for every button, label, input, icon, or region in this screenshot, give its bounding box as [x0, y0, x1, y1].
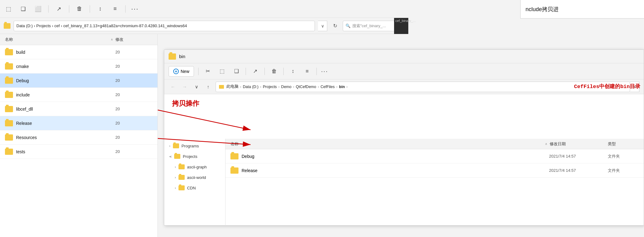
toolbar-sep4: [283, 68, 284, 75]
window-title: bin: [179, 54, 185, 59]
breadcrumb-segment: bin: [339, 85, 345, 89]
breadcrumb-segment: CefFiles: [320, 85, 335, 89]
table-row[interactable]: Resources 20: [0, 130, 157, 145]
dark-tab[interactable]: cef_binary_...: [394, 18, 408, 34]
table-row[interactable]: build 20: [0, 45, 157, 59]
toolbar-sep2: [246, 68, 246, 75]
address-dropdown[interactable]: ∨: [318, 21, 327, 31]
second-window: bin + New ✂ ⬚ ❑ ↗ 🗑 ↕ ≡ ··· ← → ∨ ↑ 此电脑 …: [164, 49, 644, 226]
breadcrumb-text: Data (D:) › Projects › cef › cef_binary_…: [16, 23, 187, 28]
nav-back[interactable]: ←: [169, 83, 177, 91]
file-type: 文件夹: [608, 168, 639, 173]
refresh-button[interactable]: ↻: [330, 21, 340, 31]
sidebar-item-ascii-graph[interactable]: › ascii-graph: [164, 162, 225, 172]
sidebar-item-ascii-world[interactable]: › ascii-world: [164, 172, 225, 183]
table-row[interactable]: libcef_dll 20: [0, 102, 157, 116]
table-row[interactable]: Debug 2021/7/4 14:57 文件夹: [225, 149, 644, 163]
share-icon[interactable]: ↗: [54, 4, 63, 14]
sort-arrow: ∧: [111, 38, 113, 41]
file-name: libcef_dll: [16, 107, 112, 112]
sidebar-label: CDN: [187, 186, 196, 190]
clipboard-icon[interactable]: ❑: [19, 4, 28, 14]
file-date: 20: [115, 50, 152, 54]
sidebar-item-projects[interactable]: ∨ Projects: [164, 151, 225, 162]
table-row[interactable]: Debug 20: [0, 74, 157, 88]
share-icon2[interactable]: ↗: [250, 66, 260, 76]
file-name: Release: [16, 121, 112, 126]
folder-icon: [5, 63, 13, 70]
split-icon2[interactable]: ❑: [231, 66, 241, 76]
more-icon2[interactable]: ···: [321, 68, 328, 75]
file-date: 20: [115, 135, 152, 140]
copy-icon[interactable]: ⬚: [4, 4, 13, 14]
toolbar-sep5: [316, 68, 317, 75]
copy-op-label: 拷贝操作: [172, 99, 199, 108]
nav-up[interactable]: ↑: [204, 83, 213, 91]
breadcrumb-segment: Data (D:): [243, 85, 259, 89]
col-name-header: 名称: [5, 37, 108, 42]
file-date: 20: [115, 78, 152, 83]
annotation-text: nclude拷贝进: [526, 6, 559, 13]
file-type: 文件夹: [608, 154, 639, 159]
folder-icon: [230, 167, 238, 174]
folder-title-icon: [169, 53, 176, 60]
more-options-icon[interactable]: ···: [131, 5, 139, 13]
file-name: build: [16, 50, 112, 55]
col-date-header: 修改日期: [550, 141, 605, 147]
dark-tab-label: cef_binary_...: [394, 18, 417, 24]
split-icon[interactable]: ⬜: [33, 4, 43, 14]
address-breadcrumb[interactable]: Data (D:) › Projects › cef › cef_binary_…: [14, 21, 315, 31]
view-icon[interactable]: ≡: [110, 4, 120, 14]
second-address-breadcrumb[interactable]: 此电脑 › Data (D:) › Projects › Demo › QtCe…: [216, 82, 630, 92]
breadcrumb-segment: 此电脑: [226, 84, 238, 89]
table-row[interactable]: tests 20: [0, 145, 157, 159]
folder-icon: [5, 78, 13, 84]
folder-icon: [5, 92, 13, 98]
cut-icon[interactable]: ✂: [203, 66, 213, 76]
table-row[interactable]: Release 2021/7/4 14:57 文件夹: [225, 163, 644, 178]
file-date: 20: [115, 92, 152, 97]
bc-sep: ›: [336, 85, 337, 89]
main-addressbar: Data (D:) › Projects › cef › cef_binary_…: [0, 18, 408, 34]
delete-icon2[interactable]: 🗑: [269, 66, 279, 76]
chevron-icon: ›: [169, 144, 170, 148]
folder-icon: [230, 153, 238, 159]
view-icon2[interactable]: ≡: [302, 66, 312, 76]
table-row[interactable]: cmake 20: [0, 59, 157, 74]
bc-sep: ›: [278, 85, 280, 89]
file-name: include: [16, 92, 112, 97]
table-row[interactable]: Release 20: [0, 116, 157, 130]
second-sidebar: › Programs ∨ Projects › ascii-graph › as…: [164, 139, 225, 226]
col-name-header: 名称: [230, 141, 543, 147]
nav-forward[interactable]: →: [180, 83, 189, 91]
file-list-header: 名称 ∧ 修改: [0, 34, 157, 45]
file-date: 20: [115, 107, 152, 111]
new-button[interactable]: + New: [169, 66, 194, 77]
chevron-icon: ›: [175, 165, 176, 169]
toolbar-separator2: [69, 5, 69, 13]
sidebar-label: Programs: [182, 144, 199, 148]
table-row[interactable]: include 20: [0, 88, 157, 102]
folder-icon-sm: [178, 185, 185, 190]
file-name: Debug: [16, 78, 112, 83]
sort-icon[interactable]: ↕: [96, 4, 105, 14]
main-toolbar: ⬚ ❑ ⬜ ↗ 🗑 ↕ ≡ ···: [0, 0, 408, 18]
delete-icon[interactable]: 🗑: [75, 4, 84, 14]
file-name: Resources: [16, 135, 112, 140]
bc-sep: ›: [260, 85, 261, 89]
nav-dropdown[interactable]: ∨: [192, 83, 201, 91]
folder-icon-sm: [174, 154, 180, 159]
breadcrumb-segment: QtCefDemo: [296, 85, 316, 89]
file-date: 2021/7/4 14:57: [549, 154, 605, 159]
sort-icon2[interactable]: ↕: [288, 66, 298, 76]
bc-sep: ›: [293, 85, 294, 89]
sidebar-item-programs[interactable]: › Programs: [164, 141, 225, 151]
annotation-top-right: nclude拷贝进: [520, 0, 644, 19]
copy-icon2[interactable]: ⬚: [217, 66, 227, 76]
second-addrbar: ← → ∨ ↑ 此电脑 › Data (D:) › Projects › Dem…: [164, 79, 644, 94]
sidebar-item-cdn[interactable]: › CDN: [164, 183, 225, 193]
file-date: 20: [115, 64, 152, 69]
chevron-icon: ›: [175, 176, 176, 179]
chevron-icon: ∨: [169, 155, 173, 158]
second-toolbar: + New ✂ ⬚ ❑ ↗ 🗑 ↕ ≡ ···: [164, 63, 644, 79]
